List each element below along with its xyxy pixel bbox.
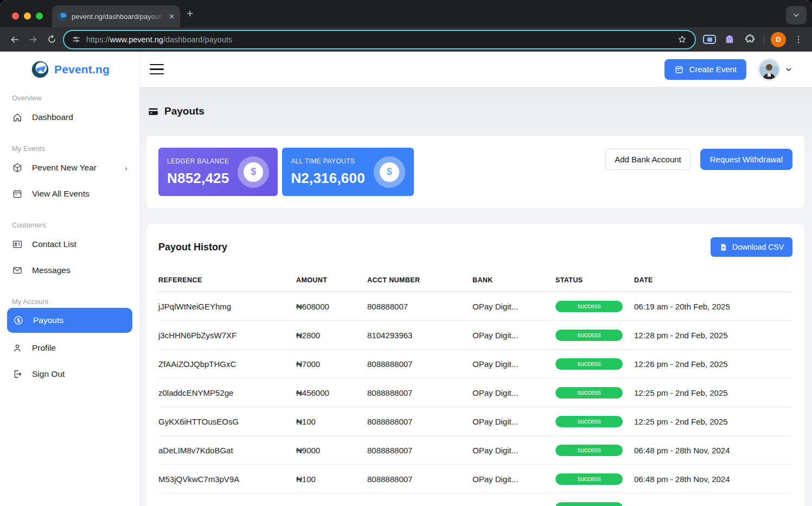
cell-date: 12:26 pm - 2nd Feb, 2025 [634,359,792,369]
new-tab-button[interactable]: + [187,9,193,18]
sidebar-item-dashboard[interactable]: Dashboard [0,104,139,130]
status-badge: success [555,502,623,506]
all-time-payouts-value: N2,316,600 [291,170,365,187]
tab-strip: pevent.ng/dashboard/payouts ✕ + [0,0,812,27]
mail-icon [12,265,23,276]
picture-in-picture-icon [703,35,716,44]
pevent-logo-icon [30,59,50,80]
sidebar-item-label: Dashboard [32,112,127,122]
cell-date: 12:25 pm - 2nd Feb, 2025 [634,388,792,397]
create-event-label: Create Event [689,65,737,74]
table-row: jJPqlWtNeiGEYhmg ₦608000 808888007 OPay … [158,292,792,321]
forward-button[interactable] [24,30,42,49]
page-content: Payouts LEDGER BALANCE N852,425 $ [140,87,812,506]
sidebar-item-payouts[interactable]: Payouts [7,308,132,333]
cell-reference: GyKX6iHTTOusEOsG [158,417,296,426]
package-icon [12,162,23,173]
sidebar-item-contact-list[interactable]: Contact List [0,231,139,257]
table-row: M53jQVkwC7m3pV9A ₦100 8088888007 OPay Di… [158,465,792,494]
extensions-button[interactable] [741,31,758,48]
person-icon [12,343,23,353]
cell-bank: OPay Digit... [472,417,555,426]
request-withdrawal-button[interactable]: Request Withdrawal [700,149,792,170]
section-label-my-account: My Account [12,298,127,306]
sidebar-item-profile[interactable]: Profile [0,335,139,361]
create-event-button[interactable]: Create Event [664,59,746,80]
sidebar-item-pevent-new-year[interactable]: Pevent New Year › [0,155,139,181]
sidebar-item-label: Profile [32,343,127,353]
cell-amount: ₦2800 [296,331,367,340]
cell-reference: ZfAAiZOJQbpTHGxC [158,359,296,369]
cell-reference: z0laddcENYMP52ge [158,388,296,397]
profile-avatar: D [771,32,786,47]
section-label-customers: Customers [12,221,127,229]
back-arrow-icon [9,34,20,45]
sidebar-item-sign-out[interactable]: Sign Out [0,361,139,387]
chevron-down-icon [792,11,801,20]
sidebar-item-label: Contact List [32,239,127,249]
calendar-icon [674,65,684,74]
hamburger-menu-icon[interactable] [150,64,164,75]
ghost-extension-button[interactable] [721,31,738,48]
browser-window: pevent.ng/dashboard/payouts ✕ + https://… [0,0,812,506]
site-settings-icon[interactable] [72,35,81,44]
browser-toolbar: https://www.pevent.ng/dashboard/payouts … [0,27,812,52]
download-csv-button[interactable]: Download CSV [711,237,792,257]
cell-bank: OPay Digit... [472,359,555,369]
close-window-button[interactable] [12,12,19,20]
tab-title: pevent.ng/dashboard/payouts [72,12,164,21]
back-button[interactable] [5,30,24,49]
dollar-badge-icon: $ [238,156,269,188]
user-avatar[interactable] [758,59,780,80]
url-text[interactable]: https://www.pevent.ng/dashboard/payouts [86,35,672,44]
url-bar[interactable]: https://www.pevent.ng/dashboard/payouts [63,30,696,49]
browser-profile-button[interactable]: D [770,31,787,48]
table-row: j3cHHN6PbZysW7XF ₦2800 8104293963 OPay D… [158,321,792,350]
cell-date: 12:25 pm - 2nd Feb, 2025 [634,417,792,426]
logo-text: Pevent.ng [54,63,110,76]
cell-acct-number: 8088888007 [367,446,472,455]
sidebar-item-label: Sign Out [32,369,127,379]
dollar-badge-icon: $ [374,156,405,188]
cell-acct-number: 8088888007 [367,475,472,484]
user-menu[interactable] [758,59,792,80]
file-download-icon [719,243,727,251]
window-controls[interactable] [12,12,43,20]
cell-amount: ₦7000 [296,359,367,369]
cell-acct-number: 808888007 [367,302,472,311]
browser-menu-button[interactable] [790,31,807,48]
cell-reference: aDeLIM8v7KdoBGat [158,446,296,455]
cell-acct-number: 8088888007 [367,417,472,426]
status-badge: success [555,445,623,456]
bookmark-star-icon[interactable] [677,34,687,45]
status-badge: success [555,358,623,370]
cell-amount: ₦456000 [296,388,367,397]
calendar-icon [12,188,23,199]
media-controls-button[interactable] [701,31,718,48]
sidebar-item-label: Messages [32,265,127,275]
site-favicon-icon [57,11,67,21]
tab-close-icon[interactable]: ✕ [169,13,175,20]
payout-history-title: Payout History [158,242,227,253]
cell-date: 06:48 pm - 28th Nov, 2024 [634,446,792,455]
logo[interactable]: Pevent.ng [0,59,139,80]
maximize-window-button[interactable] [36,12,43,20]
section-label-my-events: My Events [12,144,127,153]
status-badge: success [555,301,623,312]
sidebar-item-messages[interactable]: Messages [0,257,139,283]
status-badge: success [555,330,623,341]
cell-bank: OPay Digit... [472,446,555,455]
sidebar-item-view-all-events[interactable]: View All Events [0,181,139,207]
url-path: /dashboard/payouts [163,35,232,44]
tab-search-button[interactable] [786,6,807,24]
ledger-balance-value: N852,425 [167,170,229,187]
chevron-down-icon[interactable] [785,66,792,73]
download-csv-label: Download CSV [732,243,784,251]
reload-button[interactable] [42,30,61,49]
dollar-circle-icon [13,315,24,326]
chevron-right-icon: › [125,163,127,173]
browser-tab[interactable]: pevent.ng/dashboard/payouts ✕ [52,5,180,27]
minimize-window-button[interactable] [24,12,31,20]
col-date: DATE [634,276,792,284]
add-bank-account-button[interactable]: Add Bank Account [605,149,690,170]
